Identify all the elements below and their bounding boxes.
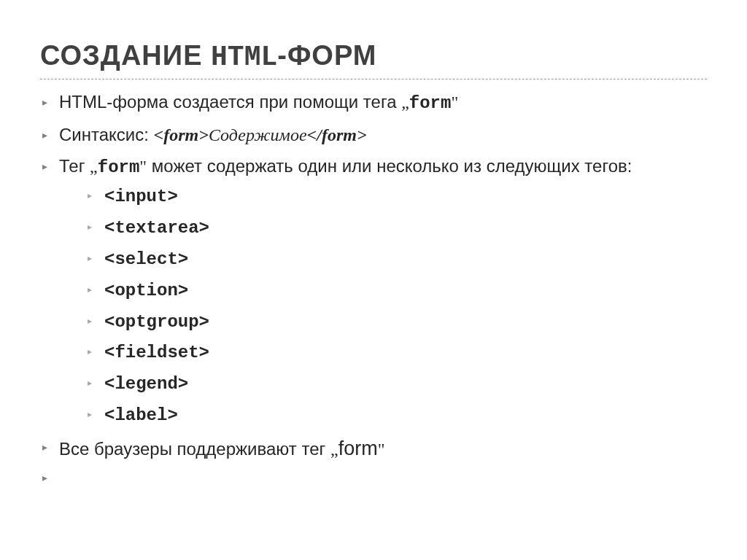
text-html-word: HTML <box>59 92 107 112</box>
tag-item: <fieldset> <box>85 341 707 366</box>
empty-bullet <box>40 469 707 486</box>
text-form-tag: form <box>409 93 452 113</box>
slide-title: СОЗДАНИЕ HTML-ФОРМ <box>40 40 707 79</box>
quote-right: " <box>139 157 147 176</box>
text-form-tag: form <box>98 158 140 177</box>
body-line-4: Все браузеры поддерживают тег „form" <box>40 435 707 463</box>
text-part: может содержать один или несколько из сл… <box>147 156 632 176</box>
body-line-2: Синтаксис: <form>Содержимое</form> <box>40 122 707 148</box>
text-syntax-label: Синтаксис: <box>59 125 154 144</box>
title-pre: СОЗДАНИЕ <box>40 40 211 71</box>
body-line-1: HTML-форма создается при помощи тега „fo… <box>40 90 707 117</box>
tag-item: <input> <box>85 184 707 210</box>
title-html: HTML <box>211 42 277 73</box>
quote-left: „ <box>401 93 409 112</box>
text-content-word: Содержимое <box>209 125 307 144</box>
text-part: Тег <box>59 156 90 176</box>
quote-right: " <box>378 440 385 459</box>
quote-right: " <box>451 93 458 112</box>
tag-item: <optgroup> <box>85 310 707 335</box>
body-line-3: Тег „form" может содержать один или неск… <box>40 154 707 429</box>
title-post: -ФОРМ <box>277 40 376 71</box>
tag-item: <select> <box>85 247 707 273</box>
tag-item: <option> <box>85 279 707 304</box>
text-part: Все браузеры поддерживают тег <box>59 439 330 459</box>
body-content: HTML-форма создается при помощи тега „fo… <box>40 90 707 486</box>
tag-item: <label> <box>85 403 707 429</box>
quote-left: „ <box>330 440 338 459</box>
text-form-close: </form> <box>307 125 367 144</box>
quote-left: „ <box>90 157 98 176</box>
tags-sublist: <input> <textarea> <select> <option> <op… <box>59 184 707 428</box>
tag-item: <legend> <box>85 372 707 397</box>
text-form-open: <form> <box>154 125 209 144</box>
tag-item: <textarea> <box>85 216 707 241</box>
text-part: -форма создается при помощи тега <box>107 92 401 112</box>
text-form-tag: form <box>338 438 378 459</box>
